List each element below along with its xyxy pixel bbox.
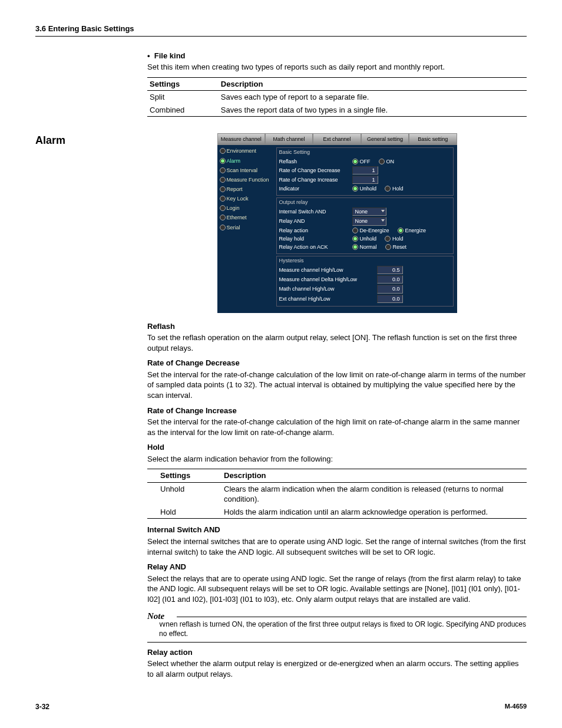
tab-basic-setting[interactable]: Basic setting [409, 133, 457, 145]
sidebar-item-login[interactable]: Login [217, 203, 273, 213]
page-number: 3-32 [35, 702, 49, 711]
sidebar: Environment Alarm Scan Interval Measure … [217, 145, 273, 312]
settings-app-screenshot: Measure channel Math channel Ext channel… [217, 133, 457, 312]
relay-ack-reset[interactable]: Reset [385, 243, 407, 251]
sidebar-item-alarm[interactable]: Alarm [217, 156, 273, 166]
isw-heading: Internal Switch AND [147, 525, 527, 535]
sidebar-item-scan-interval[interactable]: Scan Interval [217, 166, 273, 175]
sidebar-item-report[interactable]: Report [217, 185, 273, 194]
section-header: 3.6 Entering Basic Settings [35, 24, 527, 37]
tab-general-setting[interactable]: General setting [361, 133, 409, 145]
hys-measure-hl[interactable]: 0.5 [377, 266, 403, 274]
alarm-heading: Alarm [35, 133, 147, 147]
relay-energize[interactable]: Energize [398, 227, 427, 234]
roci-heading: Rate of Change Increase [147, 406, 527, 416]
rand-heading: Relay AND [147, 562, 527, 572]
relay-ack-normal[interactable]: Normal [352, 243, 377, 251]
reflash-heading: Reflash [147, 321, 527, 332]
rocd-heading: Rate of Change Decrease [147, 358, 527, 368]
filekind-table: SettingsDescription SplitSaves each type… [147, 77, 527, 117]
relay-hold-hold[interactable]: Hold [385, 235, 404, 242]
tab-ext-channel[interactable]: Ext channel [313, 133, 361, 145]
hys-ext-hl[interactable]: 0.0 [377, 295, 403, 303]
internal-switch-and-select[interactable]: None [352, 207, 386, 216]
isw-text: Select the internal switches that are to… [147, 536, 527, 557]
reflash-text: To set the reflash operation on the alar… [147, 332, 527, 353]
hys-math-hl[interactable]: 0.0 [377, 285, 403, 293]
group-basic-setting: Basic Setting Reflash OFF ON Rate of Cha… [276, 147, 454, 196]
hys-measure-delta[interactable]: 0.0 [377, 275, 403, 284]
doc-id: M-4659 [505, 702, 527, 711]
sidebar-item-key-lock[interactable]: Key Lock [217, 194, 273, 203]
reflash-on[interactable]: ON [379, 158, 395, 165]
relay-hold-unhold[interactable]: Unhold [352, 235, 377, 242]
sidebar-item-serial[interactable]: Serial [217, 223, 273, 232]
roc-decrease-input[interactable]: 1 [352, 166, 378, 174]
hold-heading: Hold [147, 442, 527, 453]
rocd-text: Set the interval for the rate-of-change … [147, 370, 527, 401]
filekind-heading: • File kind [147, 51, 527, 61]
tab-math-channel[interactable]: Math channel [265, 133, 313, 145]
sidebar-item-environment[interactable]: Environment [217, 146, 273, 156]
roc-increase-input[interactable]: 1 [352, 176, 378, 184]
raction-heading: Relay action [147, 647, 527, 658]
filekind-desc: Set this item when creating two types of… [147, 62, 527, 73]
reflash-off[interactable]: OFF [352, 158, 371, 165]
indicator-hold[interactable]: Hold [385, 185, 404, 192]
tab-measure-channel[interactable]: Measure channel [217, 133, 265, 145]
roci-text: Set the interval for the rate-of-change … [147, 417, 527, 437]
relay-and-select[interactable]: None [352, 217, 386, 225]
sidebar-item-ethernet[interactable]: Ethernet [217, 213, 273, 222]
rand-text: Select the relays that are to operate us… [147, 574, 527, 605]
relay-de-energize[interactable]: De-Energize [352, 227, 389, 234]
group-output-relay: Output relay Internal Switch ANDNone Rel… [276, 197, 454, 254]
sidebar-item-measure-function[interactable]: Measure Function [217, 175, 273, 185]
group-hysteresis: Hysteresis Measure channel High/Low0.5 M… [276, 256, 454, 307]
hold-text: Select the alarm indication behavior fro… [147, 454, 527, 465]
indicator-unhold[interactable]: Unhold [352, 185, 377, 192]
note-box: Note When reflash is turned ON, the oper… [147, 610, 527, 643]
raction-text: Select whether the alarm output relay is… [147, 658, 527, 679]
hold-table: SettingsDescription UnholdClears the ala… [147, 469, 527, 519]
